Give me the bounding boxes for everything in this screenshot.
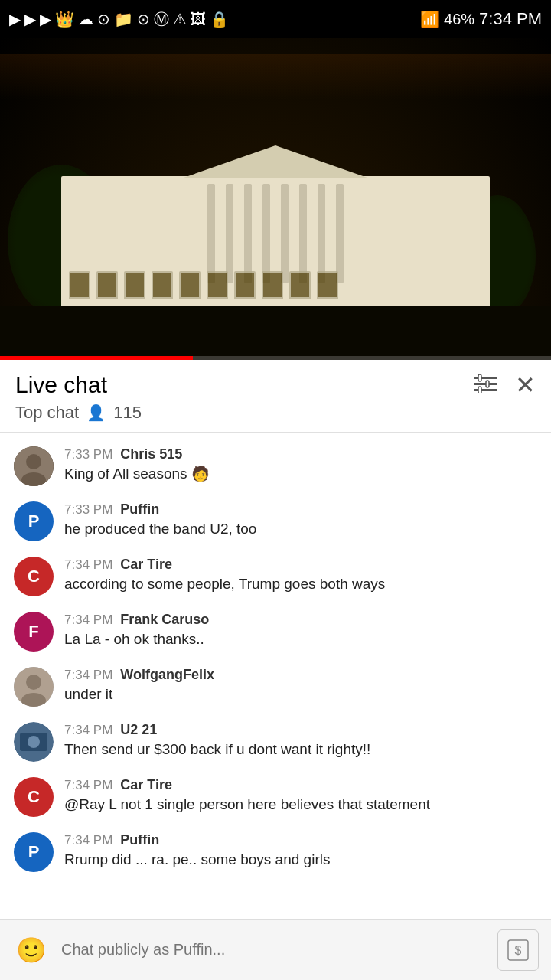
circle-icon: ⊙ xyxy=(97,10,110,28)
avatar xyxy=(14,446,54,486)
svg-point-10 xyxy=(26,675,41,690)
message-author: Puffin xyxy=(120,501,159,518)
chat-message: 7:34 PM U2 21 Then send ur $300 back if … xyxy=(0,714,551,769)
play-icon: ▶ xyxy=(9,10,21,28)
message-text: according to some people, Trump goes bot… xyxy=(64,576,385,592)
wh-columns xyxy=(207,184,344,283)
pokeball-icon: ⊙ xyxy=(137,10,150,28)
message-time: 7:33 PM xyxy=(64,447,112,462)
avatar: P xyxy=(14,501,54,541)
message-text: Rrump did ... ra. pe.. some boys and gir… xyxy=(64,851,330,867)
message-text: Then send ur $300 back if u dont want it… xyxy=(64,741,370,757)
svg-text:$: $ xyxy=(515,944,522,957)
lock-icon: 🔒 xyxy=(210,10,229,28)
message-meta: 7:34 PM Puffin xyxy=(64,832,537,848)
message-time: 7:34 PM xyxy=(64,833,112,848)
viewer-count: 115 xyxy=(113,403,142,423)
message-body: 7:34 PM Car Tire @Ray L not 1 single per… xyxy=(64,777,537,815)
chat-subtitle: Top chat 👤 115 xyxy=(15,403,536,423)
message-body: 7:34 PM U2 21 Then send ur $300 back if … xyxy=(64,722,537,760)
message-author: Car Tire xyxy=(120,557,172,573)
folder-icon: 📁 xyxy=(114,10,133,28)
message-author: Car Tire xyxy=(120,777,172,793)
video-player[interactable] xyxy=(0,38,551,360)
message-time: 7:34 PM xyxy=(64,668,112,683)
emoji-button[interactable]: 🙂 xyxy=(12,931,51,969)
message-body: 7:34 PM Car Tire according to some peopl… xyxy=(64,557,537,595)
message-body: 7:33 PM Puffin he produced the band U2, … xyxy=(64,501,537,540)
message-text: King of All seasons 🧑 xyxy=(64,466,210,482)
chat-messages[interactable]: 7:33 PM Chris 515 King of All seasons 🧑 … xyxy=(0,433,551,949)
message-meta: 7:33 PM Puffin xyxy=(64,501,537,518)
svg-rect-4 xyxy=(486,381,489,387)
wh-windows xyxy=(69,271,482,299)
svg-rect-2 xyxy=(474,389,497,391)
chat-input[interactable] xyxy=(61,932,487,969)
warning-icon: ⚠ xyxy=(173,10,187,28)
youtube-icon: ▶ xyxy=(24,10,36,28)
message-time: 7:34 PM xyxy=(64,612,112,628)
message-meta: 7:34 PM U2 21 xyxy=(64,722,537,738)
message-author: Puffin xyxy=(120,832,159,848)
message-meta: 7:34 PM Frank Caruso xyxy=(64,612,537,628)
chat-message: P 7:34 PM Puffin Rrump did ... ra. pe.. … xyxy=(0,825,551,880)
message-time: 7:34 PM xyxy=(64,557,112,573)
chat-message: C 7:34 PM Car Tire @Ray L not 1 single p… xyxy=(0,769,551,825)
message-body: 7:34 PM Puffin Rrump did ... ra. pe.. so… xyxy=(64,832,537,871)
status-icons-left: ▶ ▶ ▶ 👑 ☁ ⊙ 📁 ⊙ Ⓜ ⚠ 🖼 🔒 xyxy=(9,9,229,30)
send-button[interactable]: $ xyxy=(497,929,539,971)
crown-icon: 👑 xyxy=(55,10,74,28)
avatar xyxy=(14,667,54,707)
message-body: 7:34 PM WolfgangFelix under it xyxy=(64,667,537,705)
message-author: WolfgangFelix xyxy=(120,667,214,683)
message-body: 7:33 PM Chris 515 King of All seasons 🧑 xyxy=(64,446,537,485)
svg-rect-1 xyxy=(474,383,497,385)
white-house xyxy=(61,176,490,314)
chat-header: Live chat ✕ Top chat 👤 115 xyxy=(0,360,551,433)
message-text: under it xyxy=(64,686,112,702)
image-icon: 🖼 xyxy=(191,11,206,28)
city-lights xyxy=(0,54,551,100)
svg-rect-0 xyxy=(474,377,497,379)
message-author: Frank Caruso xyxy=(120,612,209,628)
battery-text: 46% xyxy=(444,11,474,28)
video-progress-fill xyxy=(0,356,193,360)
youtube-icon-2: ▶ xyxy=(40,10,51,28)
message-text: La La - oh ok thanks.. xyxy=(64,631,204,647)
avatar xyxy=(14,722,54,762)
status-bar: ▶ ▶ ▶ 👑 ☁ ⊙ 📁 ⊙ Ⓜ ⚠ 🖼 🔒 📶 46% 7:34 PM xyxy=(0,0,551,38)
svg-rect-5 xyxy=(478,387,481,393)
status-time: 7:34 PM xyxy=(479,9,542,29)
message-meta: 7:33 PM Chris 515 xyxy=(64,446,537,462)
chat-title: Live chat xyxy=(15,372,107,398)
message-meta: 7:34 PM WolfgangFelix xyxy=(64,667,537,683)
top-chat-label: Top chat xyxy=(15,403,79,423)
ground xyxy=(0,306,551,360)
filter-button[interactable] xyxy=(474,374,497,397)
close-button[interactable]: ✕ xyxy=(515,373,536,397)
message-meta: 7:34 PM Car Tire xyxy=(64,557,537,573)
svg-rect-3 xyxy=(478,374,481,381)
viewer-icon: 👤 xyxy=(86,403,106,422)
video-background xyxy=(0,38,551,360)
status-icons-right: 📶 46% 7:34 PM xyxy=(420,9,542,29)
message-body: 7:34 PM Frank Caruso La La - oh ok thank… xyxy=(64,612,537,650)
cloud-icon: ☁ xyxy=(78,10,93,28)
chat-message: C 7:34 PM Car Tire according to some peo… xyxy=(0,549,551,604)
chat-message: P 7:33 PM Puffin he produced the band U2… xyxy=(0,494,551,549)
svg-point-7 xyxy=(26,454,41,469)
wh-building xyxy=(61,176,490,314)
message-author: U2 21 xyxy=(120,722,157,738)
message-text: he produced the band U2, too xyxy=(64,521,256,537)
message-time: 7:33 PM xyxy=(64,502,112,518)
avatar: F xyxy=(14,612,54,652)
chat-title-row: Live chat ✕ xyxy=(15,372,536,398)
wifi-icon: 📶 xyxy=(420,10,439,28)
avatar: P xyxy=(14,832,54,872)
message-time: 7:34 PM xyxy=(64,778,112,793)
avatar: C xyxy=(14,557,54,596)
chat-message: 7:33 PM Chris 515 King of All seasons 🧑 xyxy=(0,439,551,494)
message-author: Chris 515 xyxy=(120,446,182,462)
video-progress-bar[interactable] xyxy=(0,356,551,360)
chat-header-icons: ✕ xyxy=(474,373,536,397)
